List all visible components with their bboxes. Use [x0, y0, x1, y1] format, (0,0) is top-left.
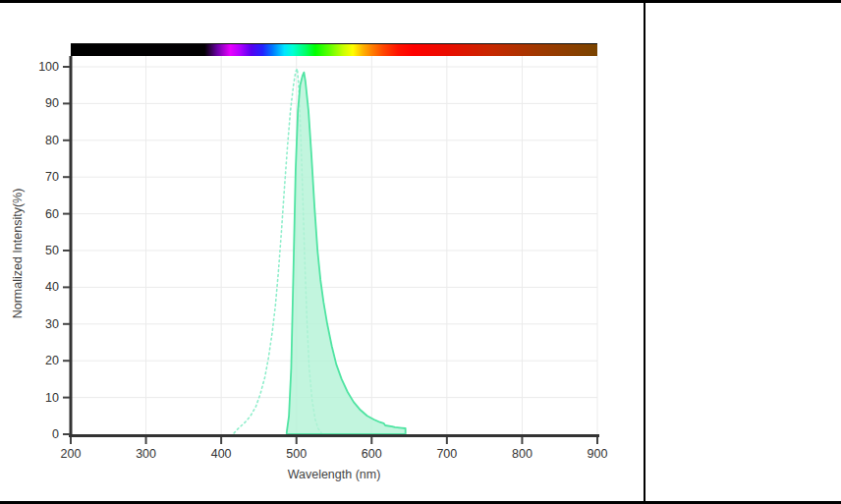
spectra-viewer: 2003004005006007008009000102030405060708…	[0, 0, 841, 504]
x-tick-label: 300	[136, 447, 156, 461]
y-tick-label: 100	[38, 60, 59, 74]
x-tick-label: 800	[512, 447, 533, 461]
y-tick-label: 0	[52, 427, 59, 441]
y-tick-label: 50	[45, 244, 59, 257]
y-tick-label: 70	[45, 170, 59, 184]
y-axis-title: Normalized Intensity(%)	[11, 189, 25, 319]
spectrum-chart[interactable]: 2003004005006007008009000102030405060708…	[0, 0, 645, 504]
emission-curve	[287, 73, 406, 434]
y-tick-label: 80	[45, 134, 59, 147]
y-tick-label: 10	[45, 391, 59, 405]
y-tick-label: 20	[45, 354, 59, 367]
x-tick-label: 200	[61, 447, 82, 461]
spectrum-chart-svg: 2003004005006007008009000102030405060708…	[0, 0, 645, 504]
x-tick-label: 700	[436, 447, 457, 461]
y-tick-label: 60	[45, 207, 59, 221]
frame-border-top	[0, 0, 841, 3]
y-tick-label: 30	[45, 317, 59, 331]
x-tick-label: 900	[588, 447, 608, 461]
x-tick-label: 600	[362, 447, 382, 461]
x-tick-label: 500	[286, 447, 307, 461]
y-tick-label: 90	[45, 96, 59, 110]
wavelength-color-bar	[71, 43, 597, 56]
y-tick-label: 40	[45, 280, 59, 294]
x-axis-title: Wavelength (nm)	[288, 468, 381, 481]
x-tick-label: 400	[211, 447, 232, 461]
info-panel: Cursor Location Wavelength (nm) 749.88 R…	[645, 0, 841, 504]
